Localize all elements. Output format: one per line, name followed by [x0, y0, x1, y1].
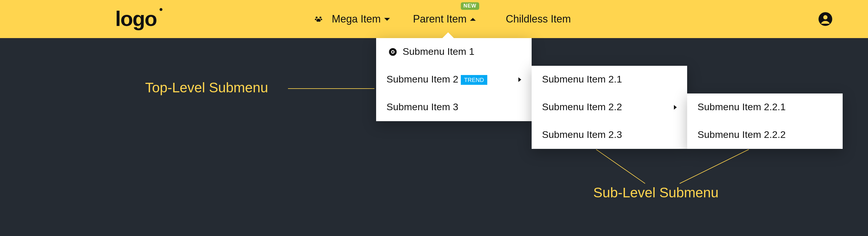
- svg-point-0: [316, 17, 317, 18]
- trend-badge: TREND: [461, 75, 488, 84]
- menu-pointer-icon: [442, 32, 454, 38]
- submenu-level-2: Submenu Item 2.1 Submenu Item 2.2 Submen…: [532, 66, 687, 149]
- nav-item-parent[interactable]: NEW Parent Item: [413, 0, 483, 38]
- submenu-item-2-3[interactable]: Submenu Item 2.3: [532, 121, 687, 149]
- svg-point-2: [315, 19, 316, 20]
- chevron-right-icon: [518, 77, 521, 82]
- menu-item-label: Submenu Item 2.2.1: [698, 102, 786, 113]
- account-button[interactable]: [817, 11, 833, 27]
- submenu-level-3: Submenu Item 2.2.1 Submenu Item 2.2.2: [687, 94, 843, 149]
- menu-item-label: Submenu Item 2.1: [542, 74, 622, 85]
- svg-point-1: [319, 17, 321, 18]
- submenu-level-1: Submenu Item 1 Submenu Item 2 TREND Subm…: [376, 38, 532, 121]
- primary-nav: Mega Item NEW Parent Item Childless Item: [312, 0, 571, 38]
- svg-point-3: [320, 19, 322, 20]
- menu-item-label: Submenu Item 1: [403, 46, 475, 58]
- svg-line-9: [596, 150, 645, 183]
- nav-item-mega[interactable]: Mega Item: [312, 0, 390, 38]
- annotation-sub-level: Sub-Level Submenu: [593, 185, 718, 201]
- svg-point-5: [824, 15, 828, 20]
- nav-item-childless[interactable]: Childless Item: [506, 0, 571, 38]
- account-icon: [818, 11, 833, 27]
- nav-label: Mega Item: [332, 13, 381, 25]
- annotation-line: [288, 88, 374, 89]
- submenu-item-2-2-1[interactable]: Submenu Item 2.2.1: [687, 94, 843, 121]
- chevron-up-icon: [470, 18, 476, 21]
- menu-item-label: Submenu Item 2.3: [542, 129, 622, 141]
- chevron-right-icon: [674, 105, 677, 110]
- navbar: logo Mega Item NEW Parent Item: [0, 0, 868, 38]
- submenu-item-2-1[interactable]: Submenu Item 2.1: [532, 66, 687, 94]
- logo-dot-icon: [159, 8, 162, 11]
- svg-point-8: [392, 51, 394, 53]
- paw-icon: [312, 15, 325, 24]
- submenu-item-2[interactable]: Submenu Item 2 TREND: [376, 66, 532, 94]
- annotation-top-level: Top-Level Submenu: [145, 80, 268, 96]
- brand-logo[interactable]: logo: [115, 7, 157, 31]
- nav-label: Childless Item: [506, 13, 571, 25]
- brand-text: logo: [115, 7, 157, 31]
- chevron-down-icon: [384, 18, 390, 21]
- menu-item-label: Submenu Item 3: [386, 102, 459, 113]
- submenu-item-3[interactable]: Submenu Item 3: [376, 94, 532, 121]
- menu-item-label: Submenu Item 2.2: [542, 102, 622, 113]
- submenu-item-1[interactable]: Submenu Item 1: [376, 38, 532, 66]
- chrome-icon: [386, 47, 399, 56]
- nav-label: Parent Item: [413, 13, 467, 25]
- submenu-item-2-2[interactable]: Submenu Item 2.2: [532, 94, 687, 121]
- submenu-item-2-2-2[interactable]: Submenu Item 2.2.2: [687, 121, 843, 149]
- menu-item-label: Submenu Item 2: [386, 74, 459, 85]
- menu-item-label: Submenu Item 2.2.2: [698, 129, 786, 141]
- svg-line-10: [680, 150, 749, 183]
- new-badge: NEW: [461, 2, 479, 10]
